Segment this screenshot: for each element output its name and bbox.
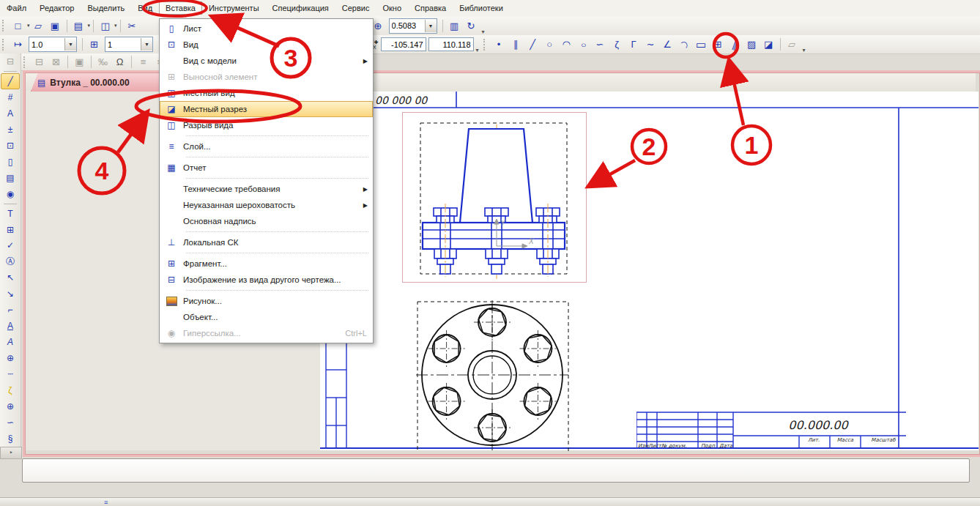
wavy-line-button[interactable]: ∽ <box>1 414 20 431</box>
geometry-toolbar-overflow[interactable]: ▾ <box>803 47 806 53</box>
print-preview-button[interactable]: ◫ <box>97 18 114 34</box>
menu-item-local-section[interactable]: ◪Местный разрез <box>160 101 373 117</box>
omega-symbol-button[interactable]: Ω <box>111 54 128 70</box>
panel-scrollbar[interactable]: ‣ <box>0 447 22 459</box>
sheet-panel-button[interactable]: ▯ <box>1 154 20 170</box>
step-input[interactable] <box>29 39 64 50</box>
hatch-tool-button[interactable]: ▨ <box>743 37 760 53</box>
menubar-item-select[interactable]: Выделить <box>81 1 131 15</box>
layers-icon[interactable]: ⊞ <box>86 37 103 53</box>
menu-item-sheet[interactable]: ▯Лист <box>160 21 373 37</box>
menubar-item-insert[interactable]: Вставка <box>159 1 202 15</box>
menubar-item-window[interactable]: Окно <box>376 1 408 15</box>
designations-panel-button[interactable]: A <box>1 105 20 122</box>
text-panel-button[interactable]: T <box>1 206 20 222</box>
circle-tool-button[interactable]: ○ <box>541 37 558 53</box>
open-document-button[interactable]: ▱ <box>30 18 47 34</box>
coordinate-y-field[interactable] <box>381 37 426 51</box>
table-panel-button[interactable]: ⊞ <box>1 222 20 238</box>
view-manager-button[interactable]: ⊡ <box>1 138 20 154</box>
pages-button[interactable]: ⊟ <box>1 53 20 70</box>
tolerance-button[interactable]: ‰ <box>94 54 111 70</box>
coordinate-x-field[interactable] <box>428 37 474 51</box>
curve-tool-button[interactable]: ζ <box>609 37 626 53</box>
zoom-toolbar-overflow[interactable]: ▾ <box>482 29 485 35</box>
message-bar[interactable] <box>22 458 970 483</box>
print-dropdown[interactable]: ▾ <box>88 23 91 29</box>
menu-item-image-from-drawing[interactable]: ⊟Изображение из вида другого чертежа... <box>160 272 373 288</box>
menu-item-report[interactable]: ▦Отчет <box>160 160 373 176</box>
menubar-item-service[interactable]: Сервис <box>335 1 376 15</box>
front-view[interactable]: Y X <box>402 112 587 283</box>
arc-tool-button[interactable]: ◠ <box>558 37 575 53</box>
menu-item-tech-requirements[interactable]: Технические требования▶ <box>160 181 373 197</box>
menubar-item-view[interactable]: Вид <box>131 1 159 15</box>
menubar-item-help[interactable]: Справка <box>408 1 453 15</box>
menu-item-view-break[interactable]: ◫Разрыв вида <box>160 117 373 133</box>
print-button[interactable]: ▤ <box>70 18 87 34</box>
menu-item-picture[interactable]: Рисунок... <box>160 293 373 309</box>
new-document-button[interactable]: □ <box>10 18 26 34</box>
state-toolbar-overflow[interactable]: ▾ <box>476 47 479 53</box>
frame-flag-button[interactable]: ⌐ <box>1 302 20 318</box>
specification-panel-button[interactable]: ▤ <box>1 170 20 186</box>
datum-down-button[interactable]: A <box>1 318 20 334</box>
hole-axis-button[interactable]: ⊕ <box>1 350 20 366</box>
center-mark-button[interactable]: ⊕ <box>1 398 20 414</box>
layer-input[interactable] <box>105 39 141 50</box>
menu-item-hyperlink[interactable]: ◉Гиперссылка...Ctrl+L <box>160 325 373 341</box>
step-snap-icon[interactable]: ↦ <box>10 37 26 53</box>
refresh-view-button[interactable]: ↻ <box>463 18 480 34</box>
menu-item-fragment[interactable]: ⊞Фрагмент... <box>160 256 373 272</box>
leader-polyline-button[interactable]: ↘ <box>1 286 20 302</box>
menu-item-title-block[interactable]: Основная надпись <box>160 213 373 229</box>
scale-dropdown-button[interactable]: ▼ <box>425 20 437 32</box>
edit-toolbar-grip[interactable] <box>23 56 28 68</box>
hatch-lines-tool-button[interactable]: ∥ <box>724 34 745 55</box>
parallel-line-tool-button[interactable]: ∥ <box>508 37 524 53</box>
leader-panel-button[interactable]: ↖ <box>1 269 20 286</box>
menu-item-local-cs[interactable]: ⊥Локальная СК <box>160 234 373 250</box>
insert-fragment-button[interactable]: ▣ <box>71 54 88 70</box>
menu-item-view-from-model[interactable]: Вид с модели▶ <box>160 53 373 69</box>
stamp-tool-button[interactable]: ▱ <box>784 37 801 53</box>
menubar-item-libraries[interactable]: Библиотеки <box>453 1 510 15</box>
style-brush-tool-button[interactable]: ◪ <box>760 37 777 53</box>
dimensions-panel-button[interactable]: # <box>1 89 20 105</box>
menu-item-layer[interactable]: ≡Слой... <box>160 138 373 155</box>
centerline-button[interactable]: ┄ <box>1 366 20 382</box>
scale-input[interactable] <box>390 21 425 31</box>
menu-item-unspecified-roughness[interactable]: Неуказанная шероховатость▶ <box>160 197 373 213</box>
layer-dropdown-button[interactable]: ▼ <box>141 38 152 51</box>
align-baseline-button[interactable]: ≡ <box>135 54 152 70</box>
cut-button[interactable]: ✂ <box>124 18 141 34</box>
polyline-tool-button[interactable]: Γ <box>626 37 642 53</box>
copy-object-button[interactable]: ⊠ <box>48 54 64 70</box>
spline-tool-button[interactable]: ∽ <box>592 37 609 53</box>
toolbar-grip[interactable] <box>2 20 7 31</box>
menu-item-detail-view[interactable]: ⊞Выносной элемент <box>160 69 373 85</box>
fillet-tool-button[interactable]: ◠ <box>672 33 696 56</box>
section-line-button[interactable]: § <box>1 431 20 447</box>
fit-sheet-button[interactable]: ▥ <box>446 18 463 34</box>
datum-panel-button[interactable]: Ⓐ <box>1 253 20 269</box>
point-tool-button[interactable]: • <box>491 37 508 53</box>
ellipse-tool-button[interactable]: ○ <box>572 37 593 52</box>
datum-right-button[interactable]: A <box>1 334 20 350</box>
menubar-item-file[interactable]: Файл <box>0 1 33 15</box>
geometry-panel-button[interactable]: ╱ <box>1 73 20 89</box>
step-dropdown-button[interactable]: ▼ <box>64 38 76 51</box>
menubar-item-specification[interactable]: Спецификация <box>266 1 335 15</box>
new-document-dropdown[interactable]: ▾ <box>27 23 30 29</box>
line-segment-tool-button[interactable]: ╱ <box>524 37 541 53</box>
save-document-button[interactable]: ▣ <box>47 18 64 34</box>
collect-contour-tool-button[interactable]: ⊞ <box>710 37 727 53</box>
plus-minus-panel-button[interactable]: ± <box>1 122 20 138</box>
menubar-item-editor[interactable]: Редактор <box>33 1 81 15</box>
menu-item-view[interactable]: ⊡Вид <box>160 37 373 53</box>
menu-item-local-view[interactable]: ◫Местный вид <box>160 85 373 101</box>
menubar-item-tools[interactable]: Инструменты <box>202 1 266 15</box>
roughness-panel-button[interactable]: ✓ <box>1 237 20 253</box>
print-preview-dropdown[interactable]: ▾ <box>114 23 117 29</box>
menu-item-object[interactable]: Объект... <box>160 309 373 325</box>
